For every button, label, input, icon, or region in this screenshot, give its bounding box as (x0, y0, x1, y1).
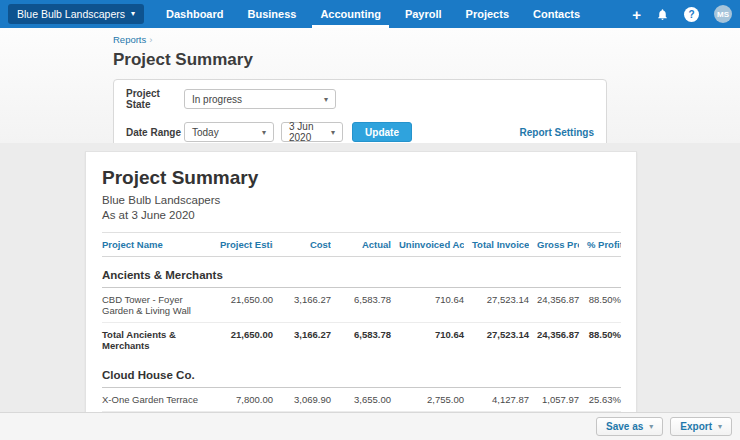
table-row: X-One Garden Terrace7,800.003,069.903,65… (102, 388, 621, 412)
total-value-cell: 27,523.14 (464, 323, 529, 358)
report-org-name: Blue Bulb Landscapers (102, 194, 620, 206)
value-cell: 1,057.97 (529, 388, 579, 412)
value-cell: 88.50% (579, 288, 621, 323)
update-button[interactable]: Update (352, 122, 412, 142)
nav-menu: DashboardBusinessAccountingPayrollProjec… (154, 0, 592, 28)
value-cell: 3,655.00 (331, 388, 391, 412)
total-value-cell: 710.64 (391, 323, 464, 358)
value-cell: 24,356.87 (529, 288, 579, 323)
date-range-label: Date Range (126, 127, 184, 138)
nav-item-business[interactable]: Business (247, 0, 296, 28)
top-nav: Blue Bulb Landscapers ▾ DashboardBusines… (0, 0, 740, 28)
group-name: Ancients & Merchants (102, 257, 621, 288)
nav-item-dashboard[interactable]: Dashboard (166, 0, 223, 28)
chevron-down-icon: ▾ (718, 422, 722, 431)
export-button[interactable]: Export ▾ (670, 417, 732, 436)
date-value: 3 Jun 2020 (289, 121, 325, 143)
table-row: CBD Tower - Foyer Garden & Living Wall21… (102, 288, 621, 323)
total-value-cell: 6,583.78 (331, 323, 391, 358)
main-content: Project Summary Blue Bulb Landscapers As… (0, 143, 740, 440)
value-cell: 710.64 (391, 288, 464, 323)
total-value-cell: 3,166.27 (273, 323, 331, 358)
total-value-cell: 21,650.00 (212, 323, 273, 358)
chevron-down-icon: ▾ (331, 128, 335, 137)
org-selector-button[interactable]: Blue Bulb Landscapers ▾ (8, 4, 144, 24)
chevron-down-icon: ▾ (649, 422, 653, 431)
group-name: Cloud House Co. (102, 357, 621, 388)
column-header-project-name: Project Name (102, 233, 212, 257)
total-value-cell: 24,356.87 (529, 323, 579, 358)
project-state-select[interactable]: In progress ▾ (184, 89, 336, 109)
value-cell: 6,583.78 (331, 288, 391, 323)
value-cell: 3,166.27 (273, 288, 331, 323)
page-title: Project Summary (113, 50, 740, 70)
breadcrumb-reports-link[interactable]: Reports (113, 34, 146, 45)
column-header-total-invoiced: Total Invoiced (464, 233, 529, 257)
column-header-gross-profit: Gross Profit (529, 233, 579, 257)
report-card: Project Summary Blue Bulb Landscapers As… (85, 151, 637, 440)
nav-item-accounting[interactable]: Accounting (320, 0, 381, 28)
total-value-cell: 88.50% (579, 323, 621, 358)
table-header-row: Project NameProject EstimateCostActualUn… (102, 233, 621, 257)
project-state-value: In progress (192, 94, 242, 105)
save-as-label: Save as (606, 421, 643, 432)
footer-action-bar: Save as ▾ Export ▾ (0, 412, 740, 440)
total-label-cell: Total Ancients & Merchants (102, 323, 212, 358)
project-name-cell: X-One Garden Terrace (102, 388, 212, 412)
chevron-down-icon: ▾ (131, 10, 135, 18)
project-summary-table: Project NameProject EstimateCostActualUn… (102, 232, 621, 440)
project-state-label: Project State (126, 88, 184, 110)
value-cell: 4,127.87 (464, 388, 529, 412)
notifications-bell-icon[interactable] (656, 8, 669, 21)
report-as-at-date: As at 3 June 2020 (102, 209, 620, 221)
value-cell: 27,523.14 (464, 288, 529, 323)
column-header-project-estimate: Project Estimate (212, 233, 273, 257)
value-cell: 7,800.00 (212, 388, 273, 412)
chevron-down-icon: ▾ (324, 95, 328, 104)
nav-right-icons: + ? MS (632, 0, 732, 28)
nav-item-payroll[interactable]: Payroll (405, 0, 442, 28)
column-header-actual: Actual (331, 233, 391, 257)
column-header-uninvoiced-actuals: Uninvoiced Actuals (391, 233, 464, 257)
export-label: Export (680, 421, 712, 432)
group-heading-row: Cloud House Co. (102, 357, 621, 388)
value-cell: 3,069.90 (273, 388, 331, 412)
nav-item-projects[interactable]: Projects (466, 0, 509, 28)
nav-item-contacts[interactable]: Contacts (533, 0, 580, 28)
report-header-section: Reports› Project Summary Project State I… (0, 28, 740, 143)
value-cell: 2,755.00 (391, 388, 464, 412)
date-select[interactable]: 3 Jun 2020 ▾ (281, 122, 343, 142)
chevron-down-icon: ▾ (262, 128, 266, 137)
project-state-row: Project State In progress ▾ (126, 88, 594, 110)
help-icon[interactable]: ? (684, 7, 699, 22)
org-selector-label: Blue Bulb Landscapers (17, 8, 125, 20)
value-cell: 21,650.00 (212, 288, 273, 323)
date-range-value: Today (192, 127, 219, 138)
report-settings-link[interactable]: Report Settings (520, 127, 594, 138)
save-as-button[interactable]: Save as ▾ (596, 417, 663, 436)
user-avatar[interactable]: MS (714, 5, 732, 23)
breadcrumb-separator: › (149, 34, 152, 45)
group-total-row: Total Ancients & Merchants21,650.003,166… (102, 323, 621, 358)
report-filter-panel: Project State In progress ▾ Date Range T… (113, 79, 607, 153)
column-header--profit: % Profit (579, 233, 621, 257)
report-title: Project Summary (102, 167, 620, 189)
date-range-select[interactable]: Today ▾ (184, 122, 274, 142)
group-heading-row: Ancients & Merchants (102, 257, 621, 288)
add-icon[interactable]: + (632, 7, 641, 22)
breadcrumb[interactable]: Reports› (113, 34, 740, 45)
column-header-cost: Cost (273, 233, 331, 257)
value-cell: 25.63% (579, 388, 621, 412)
date-range-row: Date Range Today ▾ 3 Jun 2020 ▾ Update R… (126, 122, 594, 142)
project-name-cell: CBD Tower - Foyer Garden & Living Wall (102, 288, 212, 323)
